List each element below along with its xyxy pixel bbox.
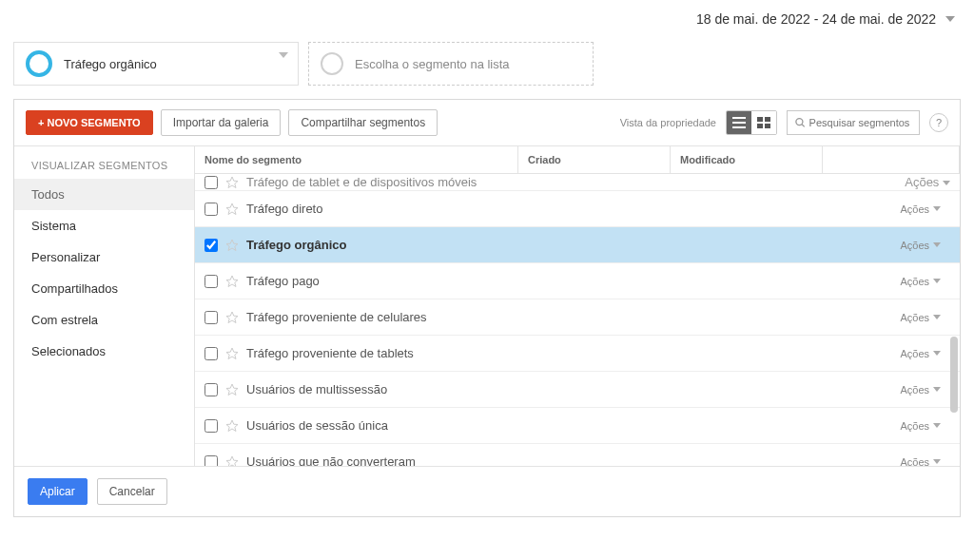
column-actions: [823, 146, 960, 173]
sidebar-item-compartilhados[interactable]: Compartilhados: [14, 273, 194, 304]
row-checkbox[interactable]: [205, 176, 218, 189]
sidebar-item-selecionados[interactable]: Selecionados: [14, 336, 194, 367]
view-property-label: Vista da propriedade: [620, 117, 716, 128]
star-icon[interactable]: [225, 239, 239, 252]
row-actions[interactable]: Ações: [900, 420, 950, 432]
svg-line-8: [802, 125, 805, 127]
row-checkbox[interactable]: [205, 419, 218, 433]
column-name[interactable]: Nome do segmento: [195, 146, 518, 173]
chevron-down-icon: [933, 351, 941, 357]
toolbar: + NOVO SEGMENTO Importar da galeria Comp…: [14, 100, 960, 146]
sidebar-item-sistema[interactable]: Sistema: [14, 210, 194, 241]
svg-rect-5: [757, 124, 763, 128]
chevron-down-icon: [933, 279, 941, 284]
segment-name: Tráfego pago: [246, 274, 900, 288]
table-header: Nome do segmento Criado Modificado: [195, 146, 960, 174]
svg-rect-6: [765, 124, 770, 128]
add-segment-placeholder[interactable]: Escolha o segmento na lista: [308, 42, 594, 86]
sidebar-item-personalizar[interactable]: Personalizar: [14, 241, 194, 273]
star-icon[interactable]: [225, 203, 239, 216]
chevron-down-icon: [945, 16, 955, 24]
segment-circle-icon: [26, 50, 52, 77]
date-range-text: 18 de mai. de 2022 - 24 de mai. de 2022: [696, 11, 936, 27]
star-icon[interactable]: [225, 419, 239, 433]
search-input[interactable]: [809, 117, 911, 128]
grid-icon: [757, 117, 770, 128]
apply-button[interactable]: Aplicar: [28, 478, 88, 505]
svg-rect-4: [765, 117, 770, 122]
row-checkbox[interactable]: [205, 383, 218, 396]
row-checkbox[interactable]: [205, 239, 218, 252]
row-actions[interactable]: Ações: [900, 312, 950, 323]
segment-name: Tráfego direto: [246, 202, 900, 216]
segments-table: Nome do segmento Criado Modificado Tráfe…: [195, 146, 960, 466]
row-checkbox[interactable]: [205, 347, 218, 360]
import-gallery-button[interactable]: Importar da galeria: [161, 109, 282, 136]
row-actions[interactable]: Ações: [900, 203, 950, 215]
segment-chips-row: Tráfego orgânico Escolha o segmento na l…: [0, 38, 974, 99]
segment-name: Tráfego de tablet e de dispositivos móve…: [246, 175, 905, 189]
segments-panel: + NOVO SEGMENTO Importar da galeria Comp…: [13, 99, 961, 517]
table-row[interactable]: Tráfego pagoAções: [195, 263, 960, 299]
sidebar-item-todos[interactable]: Todos: [14, 179, 194, 210]
help-button[interactable]: ?: [929, 113, 948, 132]
chevron-down-icon: [933, 206, 941, 212]
table-row[interactable]: Tráfego proveniente de tabletsAções: [195, 336, 960, 372]
scrollbar[interactable]: [950, 337, 958, 413]
new-segment-button[interactable]: + NOVO SEGMENTO: [26, 110, 153, 135]
search-segments-box[interactable]: [787, 110, 920, 135]
row-checkbox[interactable]: [205, 275, 218, 288]
segment-name: Usuários de multissessão: [246, 382, 900, 396]
segment-name: Tráfego proveniente de tablets: [246, 346, 900, 360]
sidebar-header: VISUALIZAR SEGMENTOS: [14, 160, 194, 179]
segment-circle-placeholder-icon: [321, 52, 343, 75]
star-icon[interactable]: [225, 176, 239, 189]
row-actions[interactable]: Ações: [900, 384, 950, 396]
segment-name: Usuários que não converteram: [246, 454, 900, 466]
segment-name: Usuários de sessão única: [246, 418, 900, 433]
date-range-bar[interactable]: 18 de mai. de 2022 - 24 de mai. de 2022: [0, 0, 974, 38]
table-row[interactable]: Usuários de multissessãoAções: [195, 372, 960, 408]
chevron-down-icon: [933, 423, 941, 429]
table-row[interactable]: Usuários de sessão únicaAções: [195, 408, 960, 444]
table-row[interactable]: Tráfego orgânicoAções: [195, 227, 960, 263]
active-segment-chip[interactable]: Tráfego orgânico: [13, 42, 299, 86]
list-icon: [732, 117, 746, 128]
row-actions[interactable]: Ações: [900, 276, 950, 287]
grid-view-button[interactable]: [751, 111, 776, 134]
row-checkbox[interactable]: [205, 455, 218, 467]
chevron-down-icon: [933, 315, 941, 320]
star-icon[interactable]: [225, 275, 239, 288]
column-modified[interactable]: Modificado: [671, 146, 823, 173]
star-icon[interactable]: [225, 455, 239, 467]
star-icon[interactable]: [225, 347, 239, 360]
sidebar: VISUALIZAR SEGMENTOS Todos Sistema Perso…: [14, 146, 195, 466]
svg-rect-3: [757, 117, 763, 122]
star-icon[interactable]: [225, 311, 239, 324]
star-icon[interactable]: [225, 383, 239, 396]
row-actions[interactable]: Ações: [900, 348, 950, 359]
main-area: VISUALIZAR SEGMENTOS Todos Sistema Perso…: [14, 146, 960, 466]
cancel-button[interactable]: Cancelar: [97, 478, 167, 505]
row-actions[interactable]: Ações: [900, 240, 950, 251]
sidebar-item-com-estrela[interactable]: Com estrela: [14, 304, 194, 336]
row-actions[interactable]: Ações: [905, 175, 950, 189]
row-checkbox[interactable]: [205, 203, 218, 216]
svg-rect-0: [732, 117, 746, 119]
row-actions[interactable]: Ações: [900, 456, 950, 467]
svg-rect-1: [732, 122, 746, 124]
table-row[interactable]: Tráfego proveniente de celularesAções: [195, 299, 960, 336]
view-toggle: [726, 110, 777, 135]
footer-bar: Aplicar Cancelar: [14, 466, 960, 516]
row-checkbox[interactable]: [205, 311, 218, 324]
chevron-down-icon: [933, 459, 941, 465]
active-segment-label: Tráfego orgânico: [64, 57, 157, 71]
search-icon: [795, 117, 806, 128]
chevron-down-icon: [933, 387, 941, 393]
table-row[interactable]: Tráfego diretoAções: [195, 191, 960, 227]
svg-rect-2: [732, 126, 746, 128]
table-row[interactable]: Usuários que não converteramAções: [195, 444, 960, 466]
share-segments-button[interactable]: Compartilhar segmentos: [288, 109, 438, 136]
list-view-button[interactable]: [727, 111, 751, 134]
column-created[interactable]: Criado: [518, 146, 671, 173]
